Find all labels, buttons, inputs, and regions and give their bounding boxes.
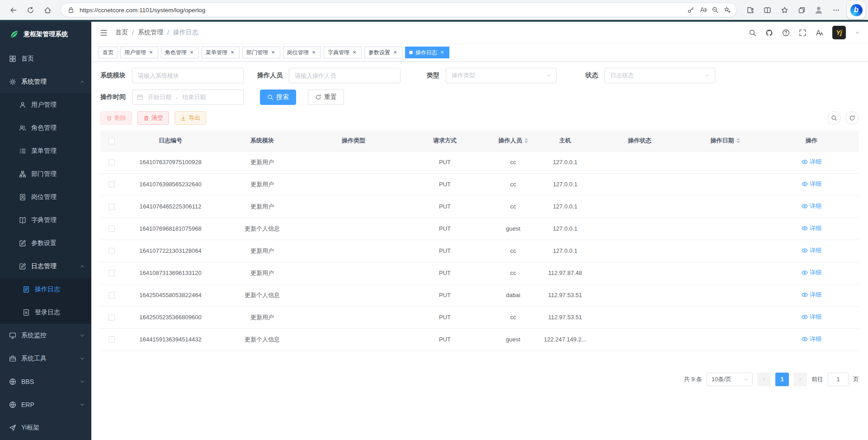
sidebar-item-monitoring[interactable]: 系统监控 <box>0 324 91 347</box>
favorites-bar-icon[interactable] <box>777 2 792 18</box>
detail-link[interactable]: 详细 <box>802 246 821 255</box>
table-search-toggle-button[interactable] <box>827 111 841 125</box>
sidebar-item-menus[interactable]: 菜单管理 <box>0 139 91 162</box>
reset-button[interactable]: 重置 <box>308 90 344 105</box>
pagination-prev-button[interactable] <box>757 373 771 386</box>
col-date[interactable]: 操作日期 <box>686 130 764 151</box>
select-all-checkbox[interactable] <box>108 138 115 144</box>
browser-menu-ellipsis-icon[interactable] <box>828 2 844 18</box>
sidebar-item-bbs[interactable]: BBS <box>0 370 91 393</box>
tab[interactable]: 用户管理 × <box>120 47 158 58</box>
sidebar-item-users[interactable]: 用户管理 <box>0 93 91 116</box>
add-favorite-star-icon[interactable] <box>724 6 731 14</box>
search-icon[interactable] <box>749 29 756 37</box>
row-checkbox[interactable] <box>108 226 115 232</box>
split-screen-icon[interactable] <box>760 2 775 18</box>
extensions-puzzle-icon[interactable] <box>742 2 758 18</box>
sidebar-item-departments[interactable]: 部门管理 <box>0 162 91 185</box>
row-checkbox[interactable] <box>108 203 115 210</box>
browser-refresh-button[interactable] <box>23 2 38 18</box>
browser-home-button[interactable] <box>40 2 55 18</box>
detail-link[interactable]: 详细 <box>802 224 821 232</box>
sidebar-item-yi-framework[interactable]: Yi框架 <box>0 416 91 439</box>
tab-close-icon[interactable]: × <box>392 49 398 56</box>
row-checkbox[interactable] <box>108 336 115 343</box>
browser-profile-avatar[interactable] <box>811 2 826 18</box>
tab[interactable]: 操作日志 × <box>405 47 449 58</box>
tab-close-icon[interactable]: × <box>229 49 236 56</box>
row-checkbox[interactable] <box>108 314 115 321</box>
detail-link[interactable]: 详细 <box>802 269 821 277</box>
col-operator[interactable]: 操作人员 <box>489 130 537 151</box>
sidebar-item-parameters[interactable]: 参数设置 <box>0 232 91 255</box>
tab-close-icon[interactable]: × <box>148 49 154 56</box>
export-button[interactable]: 导出 <box>175 111 206 125</box>
delete-button[interactable]: 删除 <box>100 111 132 125</box>
row-checkbox[interactable] <box>108 292 115 298</box>
detail-link[interactable]: 详细 <box>802 313 821 321</box>
tab[interactable]: 角色管理 × <box>161 47 199 58</box>
detail-link[interactable]: 详细 <box>802 180 821 188</box>
hamburger-icon[interactable] <box>99 28 108 37</box>
clear-button[interactable]: 清空 <box>137 111 169 125</box>
user-avatar[interactable]: Yj <box>832 26 846 39</box>
tab-close-icon[interactable]: × <box>311 49 317 56</box>
bing-copilot-icon[interactable]: b <box>847 1 865 19</box>
pagination-next-button[interactable] <box>793 373 807 386</box>
pagination-goto-input[interactable] <box>828 373 849 386</box>
tab[interactable]: 菜单管理 × <box>202 47 240 58</box>
sidebar-item-dictionary[interactable]: 字典管理 <box>0 208 91 232</box>
sidebar-item-home[interactable]: 首页 <box>0 47 91 70</box>
url-text[interactable]: https://ccnetcore.com:1101/system/log/op… <box>80 7 682 14</box>
tab[interactable]: 岗位管理 × <box>283 47 321 58</box>
browser-back-button[interactable] <box>5 2 21 18</box>
github-icon[interactable] <box>765 29 773 37</box>
tab[interactable]: 首页 <box>99 47 118 58</box>
table-refresh-button[interactable] <box>845 111 859 125</box>
page-size-select[interactable]: 10条/页 <box>707 373 753 386</box>
tab-close-icon[interactable]: × <box>270 49 276 56</box>
row-checkbox[interactable] <box>108 270 115 276</box>
search-button[interactable]: 搜索 <box>260 90 296 105</box>
tab-close-icon[interactable]: × <box>439 49 445 56</box>
sidebar-item-log-management[interactable]: 日志管理 <box>0 255 91 278</box>
detail-link[interactable]: 详细 <box>802 202 821 210</box>
type-select[interactable]: 操作类型 <box>446 68 557 83</box>
collections-icon[interactable] <box>794 2 809 18</box>
tab[interactable]: 部门管理 × <box>242 47 280 58</box>
sort-icons[interactable] <box>736 138 740 143</box>
status-select[interactable]: 日志状态 <box>604 68 715 83</box>
sidebar-item-tools[interactable]: 系统工具 <box>0 347 91 370</box>
fullscreen-icon[interactable] <box>799 29 807 37</box>
pagination-page-1[interactable]: 1 <box>775 373 789 386</box>
tab[interactable]: 字典管理 × <box>324 47 362 58</box>
sidebar-item-posts[interactable]: 岗位管理 <box>0 185 91 208</box>
read-aloud-icon[interactable] <box>699 6 707 14</box>
tab-close-icon[interactable]: × <box>351 49 358 56</box>
sort-icons[interactable] <box>524 138 528 143</box>
detail-link[interactable]: 详细 <box>802 291 821 299</box>
operator-input[interactable] <box>289 68 401 83</box>
sidebar-item-system[interactable]: 系统管理 <box>0 70 91 93</box>
tab[interactable]: 参数设置 × <box>364 47 402 58</box>
row-checkbox[interactable] <box>108 159 115 166</box>
zoom-out-icon[interactable] <box>712 6 719 14</box>
browser-address-bar[interactable]: https://ccnetcore.com:1101/system/log/op… <box>61 3 737 17</box>
row-checkbox[interactable] <box>108 248 115 254</box>
breadcrumb-item[interactable]: 系统管理 <box>138 28 163 37</box>
breadcrumb-item[interactable]: 首页 <box>115 28 128 37</box>
date-range-picker[interactable]: 开始日期 - 结束日期 <box>132 90 244 105</box>
sidebar-item-erp[interactable]: ERP <box>0 393 91 416</box>
row-checkbox[interactable] <box>108 181 115 188</box>
detail-link[interactable]: 详细 <box>802 335 821 343</box>
password-key-icon[interactable] <box>687 6 694 14</box>
detail-link[interactable]: 详细 <box>802 158 821 166</box>
tab-close-icon[interactable]: × <box>189 49 195 56</box>
module-input[interactable] <box>132 68 244 83</box>
chevron-down-icon[interactable] <box>855 30 860 35</box>
sidebar-item-roles[interactable]: 角色管理 <box>0 116 91 139</box>
help-icon[interactable] <box>782 29 790 37</box>
sidebar-item-login-log[interactable]: 登录日志 <box>0 301 91 324</box>
font-size-icon[interactable] <box>816 29 823 37</box>
sidebar-item-operation-log[interactable]: 操作日志 <box>0 278 91 301</box>
